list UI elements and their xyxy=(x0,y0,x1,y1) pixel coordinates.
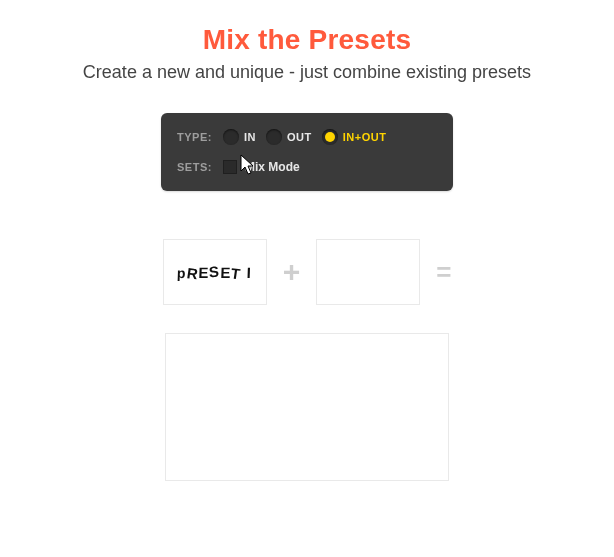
type-label: TYPE: xyxy=(177,131,223,143)
sets-row: SETS: Mix Mode xyxy=(177,155,437,179)
radio-out-label: OUT xyxy=(287,131,312,143)
radio-in[interactable]: IN xyxy=(223,129,256,145)
radio-dot-icon xyxy=(322,129,338,145)
mix-controls-panel: TYPE: IN OUT IN+OUT SETS: Mix Mode xyxy=(161,113,453,191)
page-title: Mix the Presets xyxy=(0,24,614,56)
radio-inout-label: IN+OUT xyxy=(343,131,387,143)
mix-mode-label: Mix Mode xyxy=(245,160,300,174)
radio-dot-icon xyxy=(266,129,282,145)
preset-2-box[interactable] xyxy=(316,239,420,305)
result-box[interactable] xyxy=(165,333,449,481)
radio-inout[interactable]: IN+OUT xyxy=(322,129,387,145)
page-subtitle: Create a new and unique - just combine e… xyxy=(0,62,614,83)
radio-in-label: IN xyxy=(244,131,256,143)
preset-1-text: pRESET I xyxy=(177,264,253,281)
equation-row: pRESET I + = xyxy=(0,239,614,305)
equals-icon: = xyxy=(436,257,451,288)
mix-mode-checkbox[interactable] xyxy=(223,160,237,174)
preset-1-box[interactable]: pRESET I xyxy=(163,239,267,305)
sets-label: SETS: xyxy=(177,161,223,173)
plus-icon: + xyxy=(283,255,301,289)
type-row: TYPE: IN OUT IN+OUT xyxy=(177,125,437,149)
radio-out[interactable]: OUT xyxy=(266,129,312,145)
radio-dot-icon xyxy=(223,129,239,145)
